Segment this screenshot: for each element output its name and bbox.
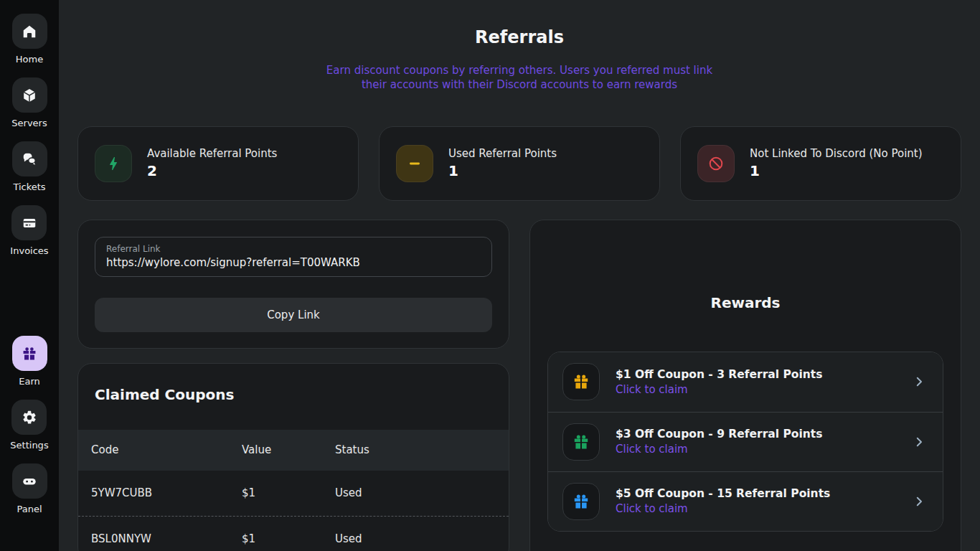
- chat-icon: [12, 141, 47, 176]
- sidebar-item-home[interactable]: Home: [12, 14, 47, 65]
- sidebar-item-label: Settings: [10, 440, 48, 451]
- page-title: Referrals: [77, 27, 961, 47]
- referral-link-input[interactable]: Referral Link https://wylore.com/signup?…: [95, 237, 492, 277]
- gear-icon: [11, 400, 47, 435]
- stat-value: 1: [448, 162, 557, 179]
- reward-title: $1 Off Coupon - 3 Referral Points: [616, 368, 913, 381]
- gift-icon: [562, 423, 600, 461]
- stat-card-available-points: Available Referral Points 2: [77, 126, 359, 201]
- stat-value: 1: [750, 162, 923, 179]
- table-row: 5YW7CUBB $1 Used: [78, 471, 509, 516]
- sidebar-item-tickets[interactable]: Tickets: [12, 141, 47, 192]
- lightning-icon: [95, 145, 132, 182]
- sidebar-item-servers[interactable]: Servers: [11, 77, 47, 128]
- stats-row: Available Referral Points 2 Used Referra…: [77, 126, 961, 201]
- page-subtitle: Earn discount coupons by referring other…: [321, 63, 719, 93]
- coupon-code: BSL0NNYW: [91, 532, 242, 545]
- sidebar-item-label: Tickets: [13, 182, 45, 192]
- reward-text: $1 Off Coupon - 3 Referral Points Click …: [616, 368, 913, 396]
- gift-icon: [562, 483, 600, 520]
- reward-title: $5 Off Coupon - 15 Referral Points: [616, 487, 913, 500]
- claim-link[interactable]: Click to claim: [616, 502, 913, 515]
- content-columns: Referral Link https://wylore.com/signup?…: [77, 220, 961, 551]
- table-row: BSL0NNYW $1 Used: [78, 516, 509, 551]
- chevron-right-icon: [913, 495, 925, 508]
- sidebar: Home Servers Tickets: [0, 0, 59, 551]
- sidebar-item-label: Home: [16, 54, 43, 65]
- claim-link[interactable]: Click to claim: [616, 383, 913, 396]
- claimed-coupons-title: Claimed Coupons: [95, 386, 509, 403]
- sidebar-item-panel[interactable]: Panel: [12, 463, 47, 514]
- main-content: Referrals Earn discount coupons by refer…: [59, 0, 980, 551]
- gift-icon: [562, 363, 600, 400]
- sidebar-item-label: Earn: [19, 376, 40, 387]
- stat-card-used-points: Used Referral Points 1: [379, 126, 660, 201]
- column-header-value: Value: [242, 443, 335, 456]
- sidebar-item-label: Servers: [11, 118, 47, 128]
- left-column: Referral Link https://wylore.com/signup?…: [77, 220, 509, 551]
- reward-text: $5 Off Coupon - 15 Referral Points Click…: [616, 487, 913, 515]
- reward-item-3-off[interactable]: $3 Off Coupon - 9 Referral Points Click …: [548, 412, 943, 471]
- sidebar-item-label: Invoices: [10, 245, 48, 256]
- minus-icon: [396, 145, 433, 182]
- chevron-right-icon: [913, 435, 925, 448]
- column-header-status: Status: [335, 443, 509, 456]
- rewards-title: Rewards: [530, 294, 961, 311]
- reward-title: $3 Off Coupon - 9 Referral Points: [616, 428, 913, 441]
- coupon-status: Used: [335, 532, 509, 545]
- coupon-value: $1: [242, 486, 335, 499]
- coupons-table-header: Code Value Status: [78, 430, 509, 471]
- referral-link-label: Referral Link: [106, 244, 481, 254]
- stat-value: 2: [147, 162, 277, 179]
- sidebar-item-label: Panel: [17, 504, 42, 514]
- stat-card-not-linked: Not Linked To Discord (No Point) 1: [680, 126, 961, 201]
- rewards-panel: Rewards $1 Off Coupon - 3 Referral Point…: [529, 220, 961, 551]
- blocked-icon: [697, 145, 735, 182]
- sidebar-item-invoices[interactable]: Invoices: [10, 205, 48, 256]
- stat-label: Used Referral Points: [448, 147, 557, 160]
- claim-link[interactable]: Click to claim: [616, 443, 913, 456]
- stat-label: Not Linked To Discord (No Point): [750, 147, 923, 160]
- coupon-value: $1: [242, 532, 335, 545]
- gamepad-icon: [12, 463, 47, 499]
- cube-icon: [12, 77, 47, 113]
- reward-item-5-off[interactable]: $5 Off Coupon - 15 Referral Points Click…: [548, 471, 943, 531]
- chevron-right-icon: [913, 375, 925, 388]
- referral-link-value: https://wylore.com/signup?referral=T00WA…: [106, 256, 481, 269]
- reward-text: $3 Off Coupon - 9 Referral Points Click …: [616, 428, 913, 456]
- claimed-coupons-card: Claimed Coupons Code Value Status 5YW7CU…: [77, 363, 509, 551]
- stat-label: Available Referral Points: [147, 147, 277, 160]
- home-icon: [12, 14, 47, 49]
- coupon-code: 5YW7CUBB: [91, 486, 242, 499]
- gift-icon: [12, 336, 47, 371]
- reward-item-1-off[interactable]: $1 Off Coupon - 3 Referral Points Click …: [548, 352, 943, 412]
- copy-link-button[interactable]: Copy Link: [95, 298, 492, 332]
- referral-link-card: Referral Link https://wylore.com/signup?…: [77, 220, 509, 349]
- column-header-code: Code: [91, 443, 242, 456]
- coupon-status: Used: [335, 486, 509, 499]
- sidebar-item-earn[interactable]: Earn: [12, 336, 47, 387]
- sidebar-item-settings[interactable]: Settings: [10, 400, 48, 451]
- rewards-list: $1 Off Coupon - 3 Referral Points Click …: [547, 352, 943, 532]
- card-icon: [11, 205, 47, 240]
